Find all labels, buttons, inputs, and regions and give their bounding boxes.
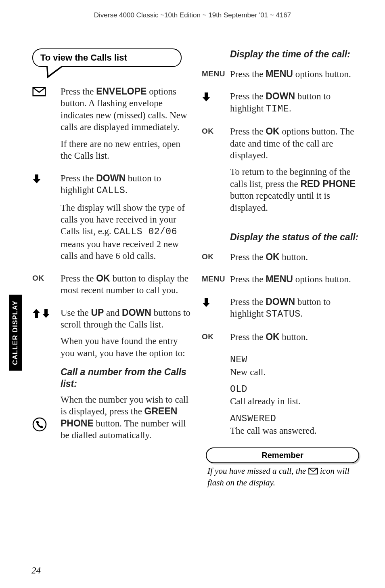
up-label: UP (91, 307, 104, 318)
txt: Press the (230, 332, 266, 342)
svg-rect-6 (205, 298, 208, 303)
ok-label-icon-3: OK (202, 251, 230, 268)
txt: Press the (230, 297, 266, 307)
calls-list-heading: To view the Calls list (32, 48, 194, 67)
time-mono: TIME (266, 104, 289, 114)
txt: button. (280, 252, 308, 262)
txt: Press the (230, 126, 266, 136)
down-label-3: DOWN (266, 91, 295, 101)
calls-count-mono: CALLS 02/06 (114, 227, 177, 237)
step-ok-display: OK Press the OK button to display the mo… (32, 273, 194, 301)
left-column: To view the Calls list Press the ENVELOP… (32, 48, 194, 488)
red-phone-label: RED PHONE (300, 178, 356, 189)
svg-rect-5 (205, 92, 208, 97)
envelope-icon-inline (308, 466, 318, 477)
txt: Press the (230, 91, 266, 101)
step-down-calls: Press the DOWN button to highlight CALLS… (32, 172, 194, 267)
menu-label-2: MENU (266, 274, 293, 284)
txt: Use the (61, 308, 91, 318)
menu-label-icon-2: MENU (202, 273, 230, 290)
ok-label-icon-4: OK (202, 331, 230, 348)
txt: and (104, 308, 122, 318)
down-arrow-icon-2 (202, 90, 230, 120)
envelope-label: ENVELOPE (96, 86, 146, 97)
status-new: NEW New call. OLD Call already in list. … (202, 353, 363, 442)
page-header: Diverse 4000 Classic ~10th Edition ~ 19t… (0, 0, 385, 19)
envelope-icon (32, 86, 61, 167)
subhead-time-wrap: Display the time of the call: (202, 48, 363, 63)
step-down-status: Press the DOWN button to highlight STATU… (202, 296, 363, 326)
step-ok-status: OK Press the OK button. (202, 251, 363, 268)
svg-rect-1 (35, 174, 38, 179)
step-ok-status-2: OK Press the OK button. (202, 331, 363, 348)
answered-mono: ANSWERED (230, 414, 276, 424)
right-column: Display the time of the call: MENU Press… (202, 48, 363, 488)
txt: means you have received 2 new calls and … (61, 239, 179, 261)
remember-note: If you have missed a call, the icon will… (207, 466, 358, 489)
txt: Press the (61, 273, 96, 284)
txt: If there are no new entries, open the Ca… (61, 138, 194, 162)
txt: Call already in list. (230, 395, 363, 407)
txt: Press the (61, 86, 96, 97)
up-down-arrow-icon (32, 307, 61, 392)
step-envelope: Press the ENVELOPE options button. A fla… (32, 86, 194, 167)
down-arrow-icon-3 (202, 296, 230, 326)
side-tab: CALLER DISPLAY (9, 295, 22, 371)
txt: Press the (230, 69, 266, 79)
remember-heading: Remember (206, 447, 359, 463)
svg-rect-2 (35, 313, 38, 318)
txt: Press the (230, 252, 266, 262)
down-label-4: DOWN (266, 296, 295, 307)
step-menu-time: MENU Press the MENU options button. (202, 68, 363, 85)
txt: button repeatedly until it is displayed. (230, 191, 330, 212)
txt: . (125, 185, 128, 195)
down-label-2: DOWN (122, 307, 151, 318)
txt: Press the (230, 274, 266, 284)
txt: . (289, 103, 291, 113)
subhead-display-time: Display the time of the call: (230, 48, 363, 60)
txt: options button. (293, 69, 351, 79)
menu-label-icon: MENU (202, 68, 230, 85)
txt: Press the (61, 173, 96, 183)
step-menu-status: MENU Press the MENU options button. (202, 273, 363, 290)
subhead-display-status: Display the status of the call: (230, 231, 363, 243)
calls-mono: CALLS (96, 185, 126, 196)
txt: options button. (293, 274, 351, 284)
step-green-phone: When the number you wish to call is disp… (32, 394, 194, 446)
txt: New call. (230, 366, 363, 378)
txt: button. (280, 332, 308, 342)
new-mono: NEW (230, 355, 247, 365)
down-label: DOWN (96, 173, 126, 183)
ok-label-2: OK (266, 126, 280, 136)
ok-label-3: OK (266, 252, 280, 262)
step-updown-scroll: Use the UP and DOWN buttons to scroll th… (32, 307, 194, 392)
txt: When you have found the entry you want, … (61, 335, 194, 359)
old-mono: OLD (230, 384, 247, 395)
page-number: 24 (31, 565, 41, 576)
txt: . (301, 309, 303, 319)
svg-rect-3 (44, 309, 48, 314)
subhead-call-number: Call a number from the Calls list: (61, 366, 194, 390)
down-arrow-icon (32, 172, 61, 267)
page-content: To view the Calls list Press the ENVELOP… (32, 48, 363, 488)
ok-label: OK (96, 273, 110, 284)
txt: The call was answered. (230, 425, 363, 437)
step-ok-time: OK Press the OK options button. The date… (202, 126, 363, 218)
step-down-time: Press the DOWN button to highlight TIME. (202, 90, 363, 120)
ok-label-icon-2: OK (202, 126, 230, 218)
txt: If you have missed a call, the (207, 466, 308, 476)
green-phone-icon (32, 394, 61, 446)
status-mono: STATUS (266, 309, 301, 319)
ok-label-icon: OK (32, 273, 61, 301)
svg-point-4 (33, 418, 46, 431)
menu-label: MENU (266, 69, 293, 79)
bubble-title: To view the Calls list (32, 48, 182, 67)
subhead-status-wrap: Display the status of the call: (202, 224, 363, 246)
ok-label-4: OK (266, 332, 280, 342)
